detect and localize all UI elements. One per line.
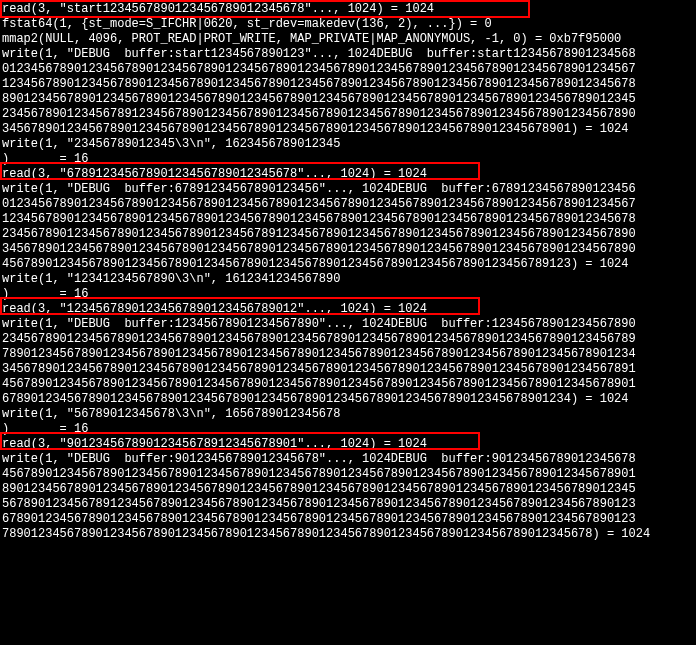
terminal-line: 5678901234567891234567890123456789012345… <box>2 497 696 512</box>
terminal-line: 2345678901234567890123456789012345678912… <box>2 227 696 242</box>
terminal-line: 6789012345678901234567890123456789012345… <box>2 512 696 527</box>
terminal-line: read(3, "1234567890123456789012345678901… <box>2 302 696 317</box>
terminal-line: 1234567890123456789012345678901234567890… <box>2 212 696 227</box>
terminal-line: ) = 16 <box>2 152 696 167</box>
terminal-line: 3456789012345678901234567890123456789012… <box>2 242 696 257</box>
terminal-line: ) = 16 <box>2 287 696 302</box>
terminal-line: write(1, "12341234567890\3\n", 161234123… <box>2 272 696 287</box>
terminal-line: read(3, "start12345678901234567890123456… <box>2 2 696 17</box>
terminal-line: write(1, "DEBUG buffer:12345678901234567… <box>2 317 696 332</box>
terminal-line: write(1, "DEBUG buffer:90123456789012345… <box>2 452 696 467</box>
terminal-line: mmap2(NULL, 4096, PROT_READ|PROT_WRITE, … <box>2 32 696 47</box>
terminal-line: 8901234567890123456789012345678901234567… <box>2 92 696 107</box>
terminal-line: write(1, "DEBUG buffer:67891234567890123… <box>2 182 696 197</box>
terminal-line: 0123456789012345678901234567890123456789… <box>2 197 696 212</box>
terminal-line: read(3, "9012345678901234567891234567890… <box>2 437 696 452</box>
terminal-line: 3456789012345678901234567890123456789012… <box>2 362 696 377</box>
terminal-line: 1234567890123456789012345678901234567890… <box>2 77 696 92</box>
terminal-line: 3456789012345678901234567890123456789012… <box>2 122 696 137</box>
terminal-line: 4567890123456789012345678901234567890123… <box>2 257 696 272</box>
terminal-line: 6789012345678901234567890123456789012345… <box>2 392 696 407</box>
terminal-line: 4567890123456789012345678901234567890123… <box>2 377 696 392</box>
terminal-line: write(1, "56789012345678\3\n", 165678901… <box>2 407 696 422</box>
terminal-line: write(1, "23456789012345\3\n", 162345678… <box>2 137 696 152</box>
terminal-line: ) = 16 <box>2 422 696 437</box>
terminal-line: 4567890123456789012345678901234567890123… <box>2 467 696 482</box>
terminal-output: read(3, "start12345678901234567890123456… <box>0 0 696 542</box>
terminal-line: 0123456789012345678901234567890123456789… <box>2 62 696 77</box>
terminal-line: write(1, "DEBUG buffer:start123456789012… <box>2 47 696 62</box>
terminal-line: 2345678901234567890123456789012345678901… <box>2 332 696 347</box>
terminal-line: fstat64(1, {st_mode=S_IFCHR|0620, st_rde… <box>2 17 696 32</box>
terminal-line: 7890123456789012345678901234567890123456… <box>2 527 696 542</box>
terminal-line: 7890123456789012345678901234567890123456… <box>2 347 696 362</box>
terminal-line: 8901234567890123456789012345678901234567… <box>2 482 696 497</box>
terminal-line: 2345678901234567891234567890123456789012… <box>2 107 696 122</box>
terminal-line: read(3, "6789123456789012345678901234567… <box>2 167 696 182</box>
